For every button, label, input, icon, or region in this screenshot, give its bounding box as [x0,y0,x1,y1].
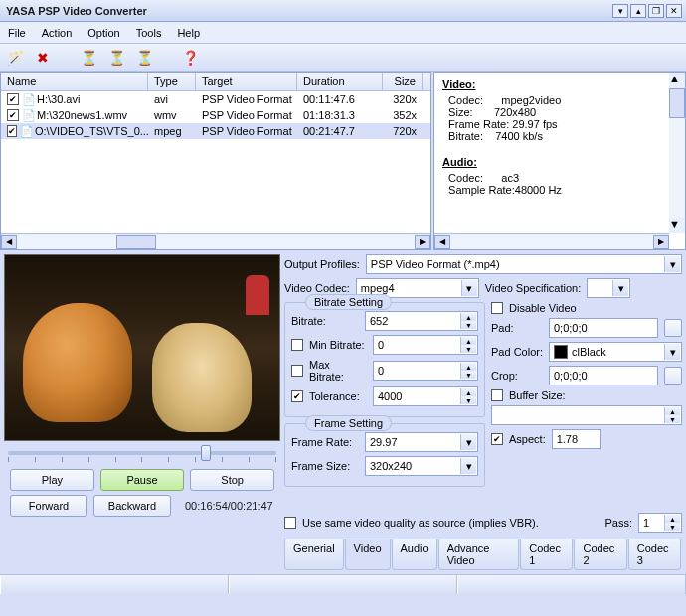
window-title: YASA PSP Video Converter [4,5,612,17]
stop-button[interactable]: Stop [190,469,274,491]
output-profiles-combo[interactable]: PSP Video Format (*.mp4) ▾ [366,254,682,274]
col-duration[interactable]: Duration [297,73,383,90]
file-list: Name Type Target Duration Size ✔📄H:\30.a… [0,72,431,250]
disable-video-checkbox[interactable] [491,302,503,314]
timecode: 00:16:54/00:21:47 [177,496,281,516]
menu-option[interactable]: Option [87,27,119,39]
scroll-right-icon[interactable]: ▶ [653,235,669,249]
frame-size-combo[interactable]: 320x240▾ [365,456,478,476]
info-vscroll[interactable]: ▲ ▼ [669,73,685,233]
help-icon[interactable]: ❓ [181,49,199,67]
audio-heading: Audio: [442,156,677,168]
table-row[interactable]: ✔📄H:\30.avi avi PSP Video Format 00:11:4… [1,91,430,107]
scroll-thumb[interactable] [669,88,685,118]
aspect-checkbox[interactable]: ✔ [491,433,503,445]
tab-codec1[interactable]: Codec 1 [520,539,573,570]
color-swatch [554,345,568,359]
file-list-header: Name Type Target Duration Size [1,73,430,91]
aspect-input[interactable]: 1.78 [552,429,601,449]
output-profiles-label: Output Profiles: [284,258,360,270]
pause-button[interactable]: Pause [100,469,185,491]
settings-tabs: Generial Video Audio Advance Video Codec… [284,539,682,570]
tab-advance-video[interactable]: Advance Video [438,539,520,570]
col-size[interactable]: Size [383,73,423,90]
add-file-icon[interactable]: 🪄 [6,49,24,67]
video-spec-combo[interactable]: ▾ [587,278,630,298]
forward-button[interactable]: Forward [10,495,87,517]
toolbar: 🪄 ✖ ⏳ ⏳ ⏳ ❓ [0,44,686,72]
restore-icon[interactable]: ❐ [648,4,664,18]
close-icon[interactable]: ✕ [666,4,682,18]
video-heading: Video: [442,78,677,90]
minimize-icon[interactable]: ▴ [630,4,646,18]
crop-button[interactable] [664,367,682,385]
crop-input[interactable]: 0;0;0;0 [549,366,658,385]
chevron-down-icon[interactable]: ▾ [461,280,477,296]
backward-button[interactable]: Backward [93,495,171,517]
menu-file[interactable]: File [8,27,26,39]
file-name: H:\30.avi [37,93,80,105]
col-target[interactable]: Target [196,73,297,90]
max-bitrate-input[interactable]: 0▲▼ [373,361,478,381]
menu-help[interactable]: Help [177,27,200,39]
frame-group-label: Frame Setting [305,415,392,431]
stop-convert-icon[interactable]: ⏳ [135,49,153,67]
convert-selected-icon[interactable]: ⏳ [107,49,125,67]
file-icon: 📄 [20,125,32,137]
minimize-to-tray-icon[interactable]: ▾ [612,4,628,18]
scroll-up-icon[interactable]: ▲ [669,73,685,88]
convert-all-icon[interactable]: ⏳ [80,49,97,67]
menu-tools[interactable]: Tools [136,27,162,39]
play-button[interactable]: Play [10,469,94,491]
seek-knob[interactable] [201,445,211,461]
pad-input[interactable]: 0;0;0;0 [549,318,658,338]
menu-action[interactable]: Action [42,27,73,39]
scroll-right-icon[interactable]: ▶ [415,235,430,249]
pass-input[interactable]: 1▲▼ [638,513,682,533]
info-pane: Video: Codec: mpeg2video Size: 720x480 F… [433,72,686,250]
spin-up-icon[interactable]: ▲ [460,313,476,321]
scroll-down-icon[interactable]: ▼ [669,218,685,233]
chevron-down-icon[interactable]: ▾ [664,256,680,272]
tab-general[interactable]: Generial [284,539,344,570]
buffer-input[interactable]: ▲▼ [491,405,682,425]
tab-audio[interactable]: Audio [392,539,437,570]
col-name[interactable]: Name [1,73,148,90]
seek-slider[interactable] [8,451,276,455]
file-icon: 📄 [22,93,34,105]
video-codec-label: Video Codec: [284,282,350,294]
file-list-hscroll[interactable]: ◀ ▶ [1,233,430,249]
row-checkbox[interactable]: ✔ [7,125,17,137]
titlebar: YASA PSP Video Converter ▾ ▴ ❐ ✕ [0,0,686,22]
frame-rate-combo[interactable]: 29.97▾ [365,432,478,452]
min-bitrate-input[interactable]: 0▲▼ [373,335,478,355]
tab-codec3[interactable]: Codec 3 [628,539,681,570]
bitrate-group-label: Bitrate Setting [305,294,392,310]
min-bitrate-checkbox[interactable] [291,339,303,351]
tolerance-input[interactable]: 4000▲▼ [373,386,478,406]
table-row[interactable]: ✔📄M:\320news1.wmv wmv PSP Video Format 0… [1,107,430,123]
tolerance-checkbox[interactable]: ✔ [291,390,303,402]
pad-button[interactable] [664,319,682,337]
buffer-checkbox[interactable] [491,389,503,401]
bitrate-input[interactable]: 652▲▼ [365,311,478,331]
bitrate-group: Bitrate Setting Bitrate: 652▲▼ Min Bitra… [284,302,485,417]
spin-down-icon[interactable]: ▼ [460,321,476,329]
tab-video[interactable]: Video [345,539,391,570]
info-hscroll[interactable]: ◀ ▶ [434,233,669,249]
row-checkbox[interactable]: ✔ [7,109,19,121]
scroll-left-icon[interactable]: ◀ [434,235,450,249]
row-checkbox[interactable]: ✔ [7,93,19,105]
table-row[interactable]: ✔📄O:\VIDEO_TS\VTS_0... mpeg PSP Video Fo… [1,123,430,139]
remove-file-icon[interactable]: ✖ [34,49,52,67]
scroll-left-icon[interactable]: ◀ [1,235,17,249]
pad-color-combo[interactable]: clBlack▾ [549,342,682,362]
file-icon: 📄 [22,109,34,121]
col-type[interactable]: Type [148,73,196,90]
tab-codec2[interactable]: Codec 2 [574,539,626,570]
video-preview [4,254,280,441]
vbr-checkbox[interactable] [284,517,296,529]
chevron-down-icon[interactable]: ▾ [612,280,628,296]
max-bitrate-checkbox[interactable] [291,365,303,377]
scroll-thumb[interactable] [116,235,156,249]
